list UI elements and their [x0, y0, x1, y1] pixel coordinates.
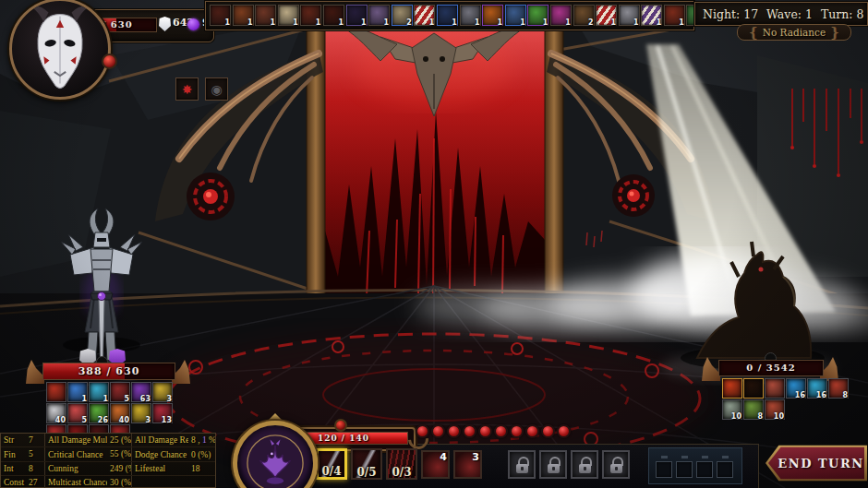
top-icon-bar: 11111111211111112111112	[210, 5, 730, 26]
top-buff-icon[interactable]: 1	[278, 5, 299, 26]
status-effect-icon[interactable]: 26	[89, 403, 109, 423]
end-turn-label: END TURN	[768, 457, 863, 470]
top-buff-icon[interactable]: 1	[233, 5, 254, 26]
ability-slot-selected[interactable]: 0/4	[316, 448, 347, 480]
top-buff-icon[interactable]: 1	[619, 5, 640, 26]
end-turn-button[interactable]: END TURN	[766, 444, 867, 482]
player-aura-icon-2[interactable]: ◉	[205, 77, 228, 101]
top-buff-icon[interactable]: 1	[641, 5, 662, 26]
status-effect-icon[interactable]: 13	[152, 403, 173, 423]
stat-value: 25 (%)	[107, 434, 132, 446]
status-effect-icon[interactable]: 63	[131, 382, 151, 402]
top-buff-icon[interactable]: 1	[323, 5, 344, 26]
player-portrait[interactable]	[9, 0, 111, 100]
top-buff-icon[interactable]: 2	[573, 5, 595, 26]
stat-name: Fin	[1, 450, 26, 459]
top-buff-icon[interactable]: 1	[414, 5, 435, 26]
status-effect-icon[interactable]: 10	[722, 399, 742, 420]
left-eye-emblem	[187, 173, 235, 220]
consumable-slot[interactable]	[676, 461, 693, 478]
top-buff-icon[interactable]: 1	[368, 5, 390, 26]
stat-label: All Damage Reduction	[132, 435, 188, 445]
ability-slot-passive[interactable]: 4	[421, 450, 450, 479]
effect-count: 8	[757, 412, 763, 421]
top-buff-icon[interactable]: 1	[550, 5, 572, 26]
status-effect-icon[interactable]: 1	[67, 382, 88, 402]
top-buff-icon[interactable]: 1	[346, 5, 368, 26]
top-buff-icon[interactable]: 1	[437, 5, 458, 26]
locked-slot	[571, 450, 598, 479]
stat-label: Lifesteal	[132, 464, 188, 473]
status-effect-icon[interactable]: 40	[110, 403, 130, 423]
buff-count: 1	[271, 18, 276, 27]
stat-value-segment: %	[207, 435, 215, 445]
status-effect-icon[interactable]: 5	[67, 403, 88, 423]
stat-value: 5	[26, 447, 45, 460]
status-effect-icon[interactable]: 16	[786, 378, 806, 399]
buff-count: 1	[316, 18, 321, 27]
ability-slot-row: 0/50/40/50/343	[281, 448, 630, 480]
lock-keyhole	[521, 467, 524, 470]
lock-keyhole	[552, 467, 555, 470]
consumable-slot-wrap	[656, 456, 672, 478]
ability-slot[interactable]: 0/3	[386, 448, 417, 480]
player-aura-icon[interactable]: ✸	[175, 77, 199, 101]
top-buff-icon[interactable]: 1	[505, 5, 526, 26]
effect-count: 5	[81, 416, 87, 424]
ability-slot[interactable]: 0/5	[351, 448, 382, 480]
radiance-label: No Radiance	[758, 27, 830, 38]
consumable-slot[interactable]	[696, 461, 713, 478]
status-effect-icon[interactable]: 8	[743, 399, 764, 420]
status-effect-icon[interactable]	[722, 378, 742, 399]
buff-count: 2	[588, 18, 594, 27]
charge-orb	[494, 424, 508, 438]
top-buff-icon[interactable]: 1	[460, 5, 481, 26]
consumable-slot[interactable]	[717, 461, 733, 478]
top-buff-icon[interactable]: 1	[527, 5, 549, 26]
effect-count: 26	[98, 416, 108, 424]
effect-count: 13	[162, 416, 172, 424]
lock-keyhole	[584, 467, 586, 470]
effect-count: 40	[119, 416, 129, 424]
status-effect-icon[interactable]: 3	[131, 403, 151, 423]
buff-count: 1	[338, 18, 344, 27]
radiance-banner: { No Radiance }	[737, 24, 851, 41]
status-effect-icon[interactable]	[765, 378, 785, 399]
buff-count: 1	[498, 18, 503, 27]
consumable-slot[interactable]	[656, 461, 672, 478]
top-buff-icon[interactable]: 2	[392, 5, 413, 26]
buff-count: 1	[657, 18, 662, 27]
class-emblem[interactable]	[233, 421, 318, 488]
use-counter: 0/4	[319, 465, 344, 478]
hotkey-tick	[722, 456, 729, 458]
status-effect-icon[interactable]: 1	[89, 382, 109, 402]
top-buff-icon[interactable]: 1	[596, 5, 617, 26]
effect-count: 5	[124, 395, 129, 403]
effect-count: 16	[795, 391, 805, 399]
status-effect-icon[interactable]: 8	[828, 378, 849, 399]
ability-slot-passive[interactable]: 3	[453, 450, 482, 479]
consumable-slot-wrap	[717, 456, 733, 478]
status-effect-icon[interactable]	[743, 378, 764, 399]
effect-count: 63	[140, 395, 151, 403]
buff-count: 1	[224, 18, 230, 27]
top-buff-icon[interactable]: 1	[300, 5, 321, 26]
status-effect-icon[interactable]: 3	[152, 382, 173, 402]
charge-orb	[463, 424, 476, 438]
top-buff-icon[interactable]: 1	[482, 5, 503, 26]
top-buff-icon[interactable]: 1	[664, 5, 685, 26]
top-buff-icon[interactable]: 1	[210, 5, 231, 26]
status-effect-icon[interactable]	[46, 382, 66, 402]
buff-count: 1	[429, 18, 435, 27]
status-effect-icon[interactable]: 5	[110, 382, 130, 402]
stack-badge: 4	[440, 451, 447, 463]
stat-label: Cunning	[45, 464, 107, 473]
top-buff-icon[interactable]: 1	[255, 5, 276, 26]
status-effect-icon[interactable]: 40	[46, 403, 66, 423]
status-effect-icon[interactable]: 10	[765, 399, 785, 420]
unit-health-text: 388 / 630	[43, 363, 175, 379]
status-effect-icon[interactable]: 16	[807, 378, 827, 399]
stat-value: 30 (%)	[107, 476, 132, 488]
effect-count: 16	[816, 391, 826, 399]
unit-health-bar: 388 / 630	[42, 363, 175, 380]
